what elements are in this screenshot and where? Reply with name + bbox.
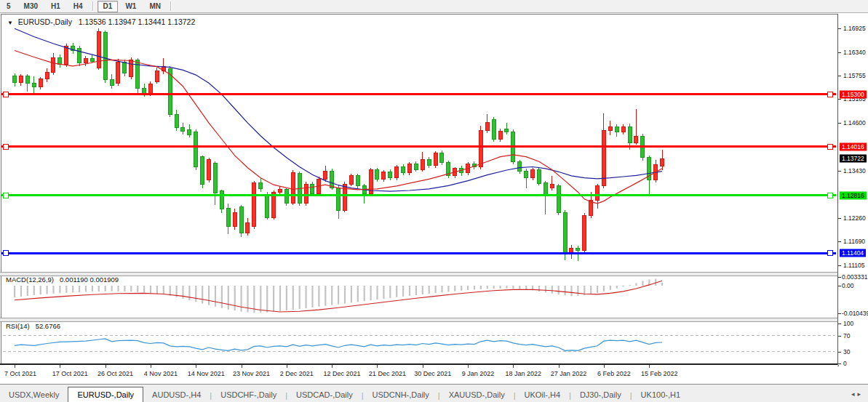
main-price-chart[interactable] [0,14,837,272]
candle-body [550,184,554,188]
hline-handle[interactable] [828,251,833,256]
hline-handle[interactable] [4,193,9,198]
tab-usdx-weekly[interactable]: USDX,Weekly [0,388,68,402]
date-axis-label: 2 Dec 2021 [280,370,314,377]
tab-ukoil-h4[interactable]: UKOil-,H4 [516,388,570,402]
macd-histogram-bar [435,286,437,293]
tab-dj30-daily[interactable]: DJ30-,Daily [571,388,630,402]
hline-handle[interactable] [828,144,833,149]
hline-resistance-lower[interactable] [1,145,836,148]
macd-histogram-bar [260,286,261,313]
macd-histogram-bar [286,286,287,310]
timeframe-button-h1[interactable]: H1 [45,1,66,12]
macd-histogram-bar [195,286,196,302]
date-axis-label: 17 Oct 2021 [52,370,88,377]
candle-body [84,59,87,63]
chart-title[interactable]: ▼ EURUSD-,Daily 1.13536 1.13947 1.13441 … [7,17,195,26]
macd-axis-label: 0.00 [842,282,854,289]
rsi-label: RSI(14) 52.6766 [6,322,60,330]
hline-support-blue[interactable] [1,252,836,254]
timeframe-button-mn[interactable]: MN [143,1,167,12]
tab-scroll-right-icon[interactable]: ▸ [857,390,864,398]
timeframe-button-m30[interactable]: M30 [18,1,44,12]
macd-histogram-bar [512,286,514,289]
macd-histogram-bar [577,286,578,296]
date-axis-tick [242,365,242,368]
hline-handle[interactable] [4,144,9,149]
macd-histogram-bar [623,286,624,286]
macd-histogram-bar [27,286,28,296]
hline-handle[interactable] [828,92,833,97]
candle-body [382,172,386,179]
candle-body [634,136,638,142]
macd-histogram-bar [324,286,326,306]
candle-body [155,71,159,82]
macd-histogram-bar [389,286,391,298]
candle-body [492,120,495,140]
tab-usdcad-daily[interactable]: USDCAD-,Daily [287,388,362,402]
timeframe-button-5[interactable]: 5 [1,1,17,12]
candle-body [414,164,418,169]
tab-usdcnh-daily[interactable]: USDCNH-,Daily [364,388,438,402]
candle-body [557,186,560,212]
price-axis-tick [838,99,841,100]
price-axis-label: 1.13430 [843,167,866,174]
price-axis-tick [838,76,841,76]
tab-eurusd-daily[interactable]: EURUSD-,Daily [68,387,143,402]
date-axis[interactable]: 7 Oct 202117 Oct 202126 Oct 20214 Nov 20… [0,365,837,384]
macd-histogram-bar [14,286,15,297]
candle-body [233,212,236,227]
price-axis-tick [838,336,841,337]
tab-usdchf-daily[interactable]: USDCHF-,Daily [212,388,285,402]
macd-histogram-bar [344,286,346,304]
rsi-indicator-pane[interactable] [0,321,837,363]
macd-histogram-bar [487,286,488,289]
price-axis-label: 1.15755 [843,72,866,79]
timeframe-button-d1[interactable]: D1 [97,1,119,12]
date-axis-tick [377,365,378,368]
macd-histogram-bar [188,286,190,300]
date-axis-label: 7 Oct 2021 [4,370,36,377]
candle-body [130,60,133,77]
macd-histogram-bar [47,286,48,294]
hline-handle[interactable] [828,193,833,198]
date-axis-label: 6 Feb 2022 [597,370,631,377]
timeframe-button-w1[interactable]: W1 [119,1,142,12]
hline-support-green[interactable] [1,194,836,196]
candle-body [220,191,223,209]
hline-resistance-upper[interactable] [1,93,836,95]
macd-histogram-bar [221,286,223,308]
macd-histogram-bar [570,286,572,296]
timeframe-button-h4[interactable]: H4 [68,1,89,12]
candle-body [389,172,392,177]
macd-histogram-bar [616,286,618,289]
candle-body [563,212,567,253]
candle-body [343,184,346,210]
hline-handle[interactable] [4,92,9,97]
candle-body [239,206,243,233]
candle-body [661,158,664,166]
macd-histogram-bar [506,286,507,289]
date-axis-tick [423,365,423,368]
macd-histogram-bar [208,286,210,305]
tab-xauusd-daily[interactable]: XAUUSD-,Daily [440,388,514,402]
macd-indicator-pane[interactable] [0,275,837,318]
hline-handle[interactable] [4,251,9,256]
candle-body [576,249,580,251]
tab-uk100-h1[interactable]: UK100-,H1 [632,388,689,402]
price-axis-tick [838,313,841,314]
price-axis-tick [838,265,841,266]
tab-audusd-h4[interactable]: AUDUSD-,H4 [143,388,210,402]
candle-body [246,222,250,233]
price-axis-tick [838,52,841,53]
macd-histogram-bar [202,286,203,304]
macd-histogram-bar [163,286,164,294]
rsi-axis-label: 30 [843,348,850,355]
macd-histogram-bar [635,283,637,286]
candle-body [485,122,489,130]
macd-histogram-bar [364,286,365,301]
macd-histogram-bar [552,286,553,294]
candle-body [39,79,42,87]
macd-axis-label: -0.010439 [842,310,868,317]
price-axis[interactable]: 1.169251.163401.157551.151851.146001.134… [837,14,868,365]
